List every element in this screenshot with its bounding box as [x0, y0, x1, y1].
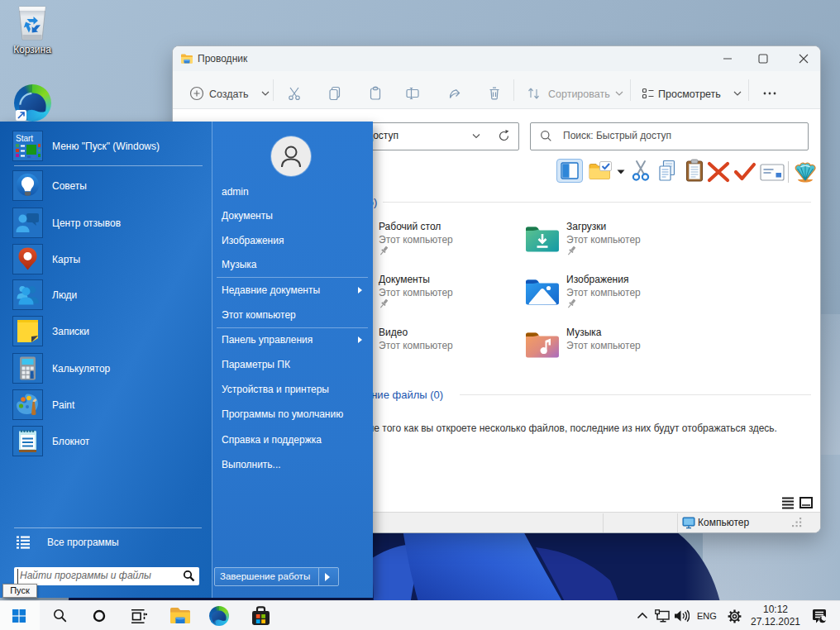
- svg-text:Сортировать: Сортировать: [548, 88, 610, 100]
- svg-text:Создать: Создать: [209, 88, 249, 100]
- svg-text:Просмотреть: Просмотреть: [658, 88, 721, 100]
- svg-text:Start: Start: [16, 134, 33, 143]
